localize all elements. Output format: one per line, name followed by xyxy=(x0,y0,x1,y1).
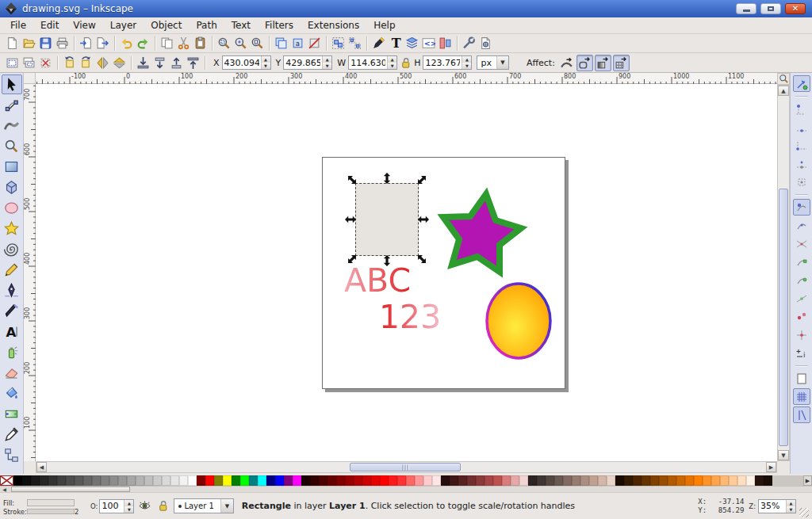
scroll-down-button[interactable]: ▼ xyxy=(778,450,789,460)
palette-swatch[interactable] xyxy=(13,475,22,486)
palette-swatch[interactable] xyxy=(458,475,467,486)
snap-intersections-button[interactable] xyxy=(793,235,810,252)
document-save-button[interactable] xyxy=(37,35,54,52)
snap-paths-button[interactable] xyxy=(793,217,810,234)
palette-swatch[interactable] xyxy=(179,475,188,486)
opacity-input[interactable] xyxy=(100,500,124,513)
redo-button[interactable] xyxy=(135,35,151,52)
menu-view[interactable]: View xyxy=(66,18,102,32)
scroll-right-button[interactable]: ▶ xyxy=(766,462,776,472)
maximize-button[interactable] xyxy=(760,3,781,14)
palette-swatch[interactable] xyxy=(406,475,415,486)
document-open-button[interactable] xyxy=(21,35,37,52)
tool-connector-button[interactable] xyxy=(2,445,22,465)
h-spinner[interactable]: ▲▼ xyxy=(462,56,471,69)
palette-swatch[interactable] xyxy=(432,475,441,486)
palette-swatch[interactable] xyxy=(659,475,668,486)
palette-swatch[interactable] xyxy=(668,475,676,486)
palette-swatch[interactable] xyxy=(676,475,685,486)
palette-swatch[interactable] xyxy=(397,475,406,486)
palette-swatch[interactable] xyxy=(223,475,232,486)
tool-spray-button[interactable] xyxy=(2,342,22,362)
palette-swatch[interactable] xyxy=(109,475,118,486)
tool-eraser-button[interactable] xyxy=(2,363,22,383)
palette-swatch[interactable] xyxy=(240,475,249,486)
palette-swatch[interactable] xyxy=(694,475,703,486)
group-button[interactable] xyxy=(330,35,347,52)
horizontal-scrollbar[interactable]: ◀ ▶ xyxy=(36,461,777,473)
ungroup-button[interactable] xyxy=(347,35,363,52)
palette-scroll-thumb[interactable] xyxy=(11,487,130,492)
palette-scrollbar[interactable]: ◀ xyxy=(0,486,812,492)
palette-swatch[interactable] xyxy=(580,475,589,486)
scroll-left-button[interactable]: ◀ xyxy=(36,462,47,472)
opacity-spinner[interactable]: ▲▼ xyxy=(124,500,133,513)
snap-bbox-centers-button[interactable] xyxy=(793,174,810,190)
vertical-scrollbar[interactable]: ▲ ▼ xyxy=(777,85,790,461)
palette-swatch[interactable] xyxy=(642,475,650,486)
w-spinner[interactable]: ▲▼ xyxy=(387,56,396,69)
tool-tweak-button[interactable] xyxy=(2,116,22,135)
palette-swatch[interactable] xyxy=(40,475,48,486)
canvas[interactable]: ABC123 xyxy=(36,84,777,461)
palette-swatch[interactable] xyxy=(214,475,223,486)
menu-help[interactable]: Help xyxy=(366,18,402,32)
window-resize-grip[interactable] xyxy=(799,508,809,517)
zoom-drawing-button[interactable] xyxy=(232,35,249,52)
palette-swatch[interactable] xyxy=(711,475,720,486)
snap-rotation-centers-button[interactable] xyxy=(793,326,810,343)
palette-swatch[interactable] xyxy=(48,475,57,486)
fill-stroke-button[interactable] xyxy=(370,35,387,52)
tool-pencil-button[interactable] xyxy=(2,260,22,280)
affect-pattern-button[interactable] xyxy=(613,55,630,71)
palette-swatch[interactable] xyxy=(162,475,170,486)
menu-path[interactable]: Path xyxy=(189,18,224,32)
palette-swatch[interactable] xyxy=(537,475,546,486)
palette-swatch[interactable] xyxy=(188,475,197,486)
select-all-button[interactable] xyxy=(4,55,21,71)
palette-swatch[interactable] xyxy=(519,475,528,486)
units-dropdown[interactable]: px ▼ xyxy=(477,55,509,70)
minimize-button[interactable] xyxy=(736,3,756,14)
palette-swatch[interactable] xyxy=(232,475,240,486)
w-input[interactable] xyxy=(349,56,387,69)
copy-button[interactable] xyxy=(159,35,175,52)
close-button[interactable]: ✕ xyxy=(785,3,806,14)
menu-object[interactable]: Object xyxy=(144,18,189,32)
vertical-scroll-thumb[interactable] xyxy=(779,189,788,446)
palette-swatch[interactable] xyxy=(127,475,136,486)
palette-swatch[interactable] xyxy=(563,475,572,486)
snap-midpoints-button[interactable] xyxy=(793,290,810,307)
affect-stroke-button[interactable] xyxy=(558,55,575,71)
palette-swatch[interactable] xyxy=(423,475,432,486)
palette-swatch[interactable] xyxy=(615,475,624,486)
snap-bbox-corners-button[interactable] xyxy=(793,137,810,154)
palette-swatch[interactable] xyxy=(467,475,476,486)
align-distribute-button[interactable] xyxy=(437,35,454,52)
tool-node-editor-button[interactable] xyxy=(2,95,22,115)
snap-bbox-button[interactable] xyxy=(793,101,810,117)
palette-swatch[interactable] xyxy=(685,475,694,486)
palette-swatch[interactable] xyxy=(415,475,423,486)
selected-rectangle[interactable] xyxy=(355,183,419,256)
palette-swatch[interactable] xyxy=(336,475,345,486)
palette-swatch[interactable] xyxy=(502,475,511,486)
x-input[interactable] xyxy=(223,56,261,69)
palette-swatch[interactable] xyxy=(572,475,580,486)
snap-enable-button[interactable] xyxy=(793,75,810,92)
import-button[interactable] xyxy=(78,35,94,52)
scale-handle-ne[interactable] xyxy=(416,174,427,185)
y-input[interactable] xyxy=(284,56,322,69)
undo-button[interactable] xyxy=(118,35,135,52)
palette-swatch[interactable] xyxy=(650,475,659,486)
palette-swatch[interactable] xyxy=(764,475,772,486)
tool-spiral-button[interactable] xyxy=(2,239,22,259)
affect-corners-button[interactable] xyxy=(576,55,593,71)
deselect-button[interactable] xyxy=(37,55,54,71)
zoom-page-button[interactable] xyxy=(249,35,266,52)
palette-swatch[interactable] xyxy=(249,475,258,486)
zoom-input[interactable] xyxy=(759,500,786,513)
snap-smooth-nodes-button[interactable] xyxy=(793,272,810,288)
snap-bbox-midpoints-button[interactable] xyxy=(793,155,810,172)
page[interactable]: ABC123 xyxy=(322,157,565,389)
